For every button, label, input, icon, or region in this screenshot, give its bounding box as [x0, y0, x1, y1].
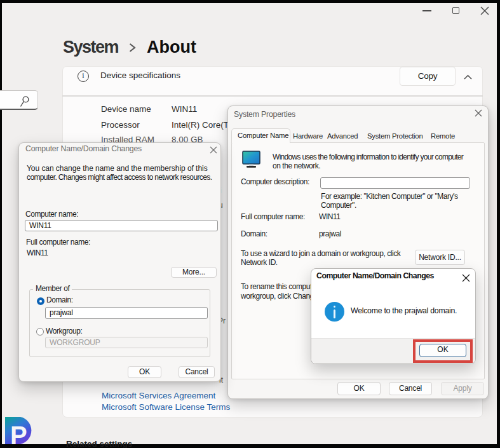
svg-text:P: P: [10, 421, 27, 446]
